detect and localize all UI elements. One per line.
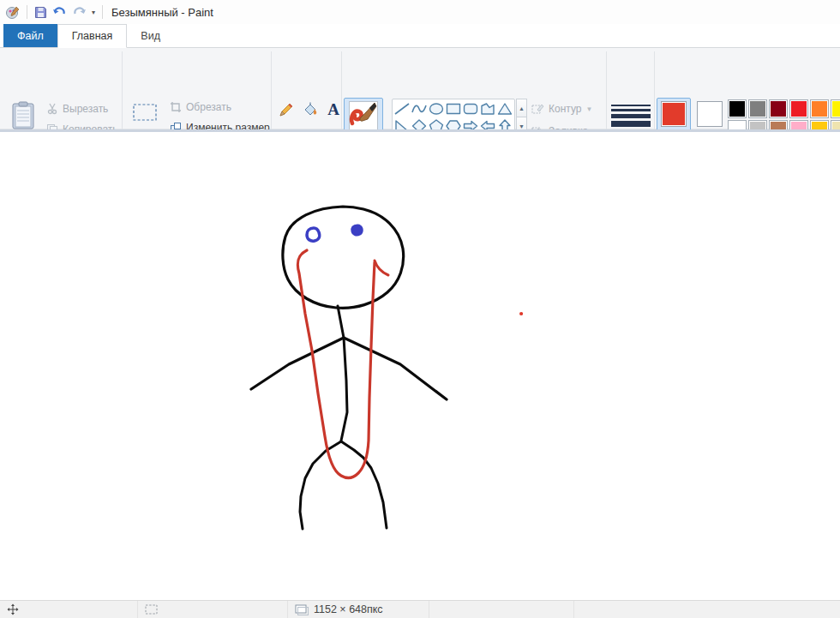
- right-eye: [352, 225, 363, 235]
- scissors-icon: [46, 103, 58, 115]
- shape-triangle-icon: [496, 101, 513, 117]
- palette-swatch-1-4[interactable]: [810, 99, 829, 118]
- tab-home[interactable]: Главная: [57, 24, 128, 48]
- shape-outline-button[interactable]: Контур ▼: [531, 99, 592, 118]
- canvas-size-cell: 1152 × 648пкс: [288, 601, 429, 618]
- palette-swatch-1-3[interactable]: [789, 99, 808, 118]
- shape-line-icon: [393, 101, 411, 117]
- paint-app-icon[interactable]: [5, 5, 20, 20]
- shape-polygon[interactable]: [479, 100, 496, 117]
- quick-access-toolbar: ▾: [0, 5, 105, 20]
- canvas-size-text: 1152 × 648пкс: [314, 603, 383, 615]
- shape-ellipse[interactable]: [428, 100, 445, 117]
- color2-swatch: [697, 101, 723, 127]
- window-title: Безымянный - Paint: [111, 6, 213, 19]
- shape-triangle[interactable]: [496, 100, 513, 117]
- cursor-position-cell: [0, 601, 137, 618]
- shape-polygon-icon: [479, 101, 496, 117]
- crop-button[interactable]: Обрезать: [170, 98, 231, 117]
- left-leg: [300, 441, 341, 529]
- selection-icon: [132, 101, 158, 123]
- status-bar: 1152 × 648пкс: [0, 600, 840, 618]
- tab-view[interactable]: Вид: [127, 24, 174, 47]
- ribbon-tab-row: Файл Главная Вид: [0, 24, 840, 48]
- file-size-cell: [429, 601, 573, 618]
- shape-rounded-rectangle-icon: [462, 101, 479, 117]
- tab-file[interactable]: Файл: [3, 24, 57, 47]
- pencil-tool[interactable]: [276, 99, 297, 120]
- redo-button[interactable]: [72, 6, 87, 19]
- line-thickness-icon: [611, 105, 651, 127]
- palette-swatch-1-5[interactable]: [831, 99, 840, 118]
- qat-separator-2: [102, 5, 103, 19]
- stick-figure-drawing: [0, 132, 840, 600]
- cut-label: Вырезать: [63, 103, 108, 115]
- crop-label: Обрезать: [186, 101, 231, 113]
- pencil-icon: [278, 101, 295, 118]
- shape-curve[interactable]: [411, 100, 428, 117]
- cursor-position-icon: [7, 603, 19, 615]
- color1-swatch: [661, 101, 687, 127]
- save-button[interactable]: [34, 6, 47, 19]
- qat-separator: [27, 5, 27, 19]
- left-eye: [307, 228, 320, 241]
- selection-size-cell: [138, 601, 287, 618]
- shape-line[interactable]: [393, 100, 411, 117]
- outline-label: Контур: [549, 103, 581, 115]
- body-line: [338, 306, 347, 441]
- selection-size-icon: [145, 604, 158, 615]
- outline-icon: [531, 103, 544, 115]
- shape-curve-icon: [411, 101, 428, 117]
- crop-icon: [170, 101, 182, 113]
- title-bar: ▾ Безымянный - Paint: [0, 0, 840, 24]
- palette-swatch-1-2[interactable]: [769, 99, 788, 118]
- statusbar-separator: [573, 601, 574, 618]
- brush-icon: [349, 101, 378, 130]
- drawing-canvas[interactable]: [0, 132, 840, 600]
- clipboard-icon: [10, 101, 36, 130]
- outline-dropdown-caret: ▼: [585, 105, 592, 113]
- canvas-size-icon: [295, 604, 309, 615]
- shapes-scroll-up-button[interactable]: ▲: [516, 99, 527, 117]
- stray-red-dot: [519, 312, 523, 315]
- red-right-hook: [375, 261, 388, 275]
- qat-customize-button[interactable]: ▾: [92, 9, 95, 16]
- shape-rectangle-icon: [445, 101, 462, 117]
- fill-bucket-icon: [302, 101, 319, 118]
- cut-button[interactable]: Вырезать: [46, 99, 108, 118]
- right-leg: [341, 441, 387, 528]
- text-tool-icon: A: [327, 101, 339, 118]
- shape-ellipse-icon: [428, 101, 445, 117]
- ribbon: Вставить ▼ Вырезать Копировать Буфер обм…: [0, 48, 840, 129]
- arms-line: [251, 338, 447, 399]
- undo-button[interactable]: [52, 6, 67, 19]
- palette-swatch-1-1[interactable]: [748, 99, 767, 118]
- shape-rounded-rectangle[interactable]: [462, 100, 479, 117]
- palette-swatch-1-0[interactable]: [728, 99, 747, 118]
- shape-rectangle[interactable]: [445, 100, 462, 117]
- fill-tool[interactable]: [300, 99, 321, 120]
